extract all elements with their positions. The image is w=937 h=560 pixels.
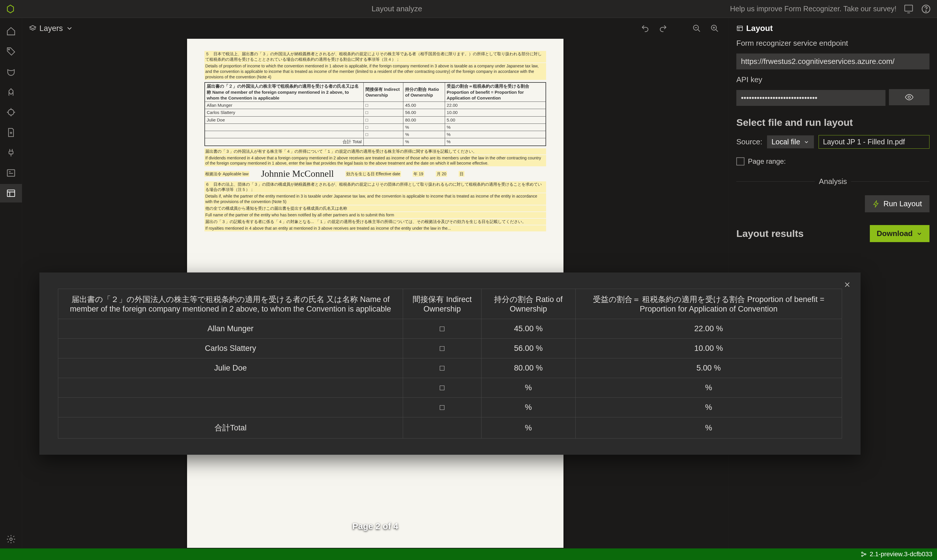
doc-text: 届出書の「３」の外国法人が有する株主等「４」の所得について「１」の規定の適用の適… <box>204 148 546 154</box>
chevron-down-icon <box>66 25 73 32</box>
svg-point-3 <box>8 49 9 50</box>
svg-point-14 <box>861 555 863 557</box>
page-range-checkbox[interactable] <box>736 157 744 165</box>
panel-title-row: Layout <box>736 24 929 33</box>
apikey-reveal-button[interactable] <box>889 89 929 105</box>
sidenav-doc-add[interactable] <box>0 123 22 142</box>
select-file-title: Select file and run layout <box>736 117 929 128</box>
svg-point-8 <box>9 538 12 541</box>
doc-text: If dividends mentioned in 4 above that a… <box>204 155 546 167</box>
chevron-down-icon <box>916 231 923 237</box>
th-ratio: 持分の割合 Ratio of Ownership <box>481 289 575 319</box>
survey-link[interactable]: Help us improve Form Recognizer. Take ou… <box>730 5 897 13</box>
th: 持分の割合 Ratio of Ownership <box>403 82 445 102</box>
table-row: Allan Munger□45.0022.00 <box>205 102 546 109</box>
endpoint-input[interactable] <box>736 54 929 69</box>
th-indirect: 間接保有 Indirect Ownership <box>403 289 482 319</box>
chevron-down-icon <box>804 139 809 145</box>
undo-button[interactable] <box>638 22 652 35</box>
doc-text: 日 <box>458 171 465 177</box>
svg-rect-7 <box>7 190 15 197</box>
sidenav-plug[interactable] <box>0 143 22 162</box>
canvas-toolbar: Layers <box>22 18 729 39</box>
apikey-input[interactable] <box>736 90 886 106</box>
doc-text: 届出の「３」の記載を有する者に係る「４」の対象となる... 「１」の規定の適用を… <box>204 218 546 225</box>
table-row: Carlos Slattery□56.0010.00 <box>205 109 546 116</box>
redo-button[interactable] <box>656 22 670 35</box>
results-title: Layout results <box>736 228 804 239</box>
svg-rect-11 <box>737 26 742 31</box>
doc-text: 月 20 <box>436 171 447 177</box>
sidenav-home[interactable] <box>0 22 22 40</box>
app-logo-icon <box>6 4 15 14</box>
th-benefit: 受益の割合＝ 租税条約の適用を受ける割合 Proportion of benef… <box>575 289 842 319</box>
doc-table: 届出書の「２」の外国法人の株主等で租税条約の適用を受ける者の氏名又は名称 Nam… <box>204 82 546 146</box>
sidenav-settings[interactable] <box>0 530 22 548</box>
th: 受益の割合＝租税条約の適用を受ける割合 Proportion of benefi… <box>445 82 546 102</box>
svg-point-12 <box>908 96 910 98</box>
svg-rect-6 <box>7 170 15 177</box>
svg-point-15 <box>864 554 866 555</box>
th: 届出書の「２」の外国法人の株主等で租税条約の適用を受ける者の氏名又は名称 Nam… <box>205 82 364 102</box>
feedback-icon[interactable] <box>903 4 914 14</box>
page-title: Layout analyze <box>64 4 730 13</box>
zoom-in-button[interactable] <box>708 22 722 35</box>
doc-text: 他の全ての構成員から通知を受けこの届出書を提出する構成員の氏名又は名称 <box>204 205 546 211</box>
sidenav-tag[interactable] <box>0 42 22 61</box>
table-row: Julie Doe □ 80.00 % 5.00 % <box>58 358 842 378</box>
statusbar: 2.1-preview.3-dcfb033 <box>0 548 937 560</box>
sidenav-merge[interactable] <box>0 83 22 101</box>
doc-text: 効力を生じる日 Effective date <box>346 171 401 177</box>
table-row: □%% <box>205 131 546 138</box>
doc-text: ６ 日本の法上、団体の「３」の団体の構成員が納税義務者とされるが、租税条約の規定… <box>204 182 546 193</box>
svg-point-13 <box>861 552 863 553</box>
sidenav-form[interactable] <box>0 164 22 182</box>
table-row: 合計 Total%% <box>205 138 546 146</box>
layout-icon <box>736 25 743 32</box>
endpoint-label: Form recognizer service endpoint <box>736 39 929 48</box>
apikey-label: API key <box>736 75 929 84</box>
layers-label: Layers <box>39 24 63 33</box>
help-icon[interactable] <box>921 4 931 14</box>
zoom-out-button[interactable] <box>690 22 704 35</box>
page-range-label: Page range: <box>748 157 786 165</box>
file-display[interactable]: Layout JP 1 - Filled In.pdf <box>818 135 929 149</box>
svg-point-4 <box>8 109 14 115</box>
result-table: 届出書の「２」の外国法人の株主等で租税条約の適用を受ける者の氏名 又は名称 Na… <box>58 289 842 438</box>
run-layout-button[interactable]: Run Layout <box>865 195 929 212</box>
table-row: Julie Doe□80.005.00 <box>205 116 546 123</box>
branch-icon <box>861 551 867 557</box>
table-row: 合計Total % % <box>58 417 842 438</box>
version-label: 2.1-preview.3-dcfb033 <box>870 551 932 558</box>
signature: Johnnie McConnell <box>261 168 334 180</box>
sidenav <box>0 18 22 548</box>
source-dropdown[interactable]: Local file <box>767 135 814 148</box>
sidenav-layout[interactable] <box>0 184 22 203</box>
sidenav-mask[interactable] <box>0 63 22 81</box>
doc-text: 根拠法令 Applicable law <box>204 171 249 177</box>
source-value: Local file <box>772 138 800 146</box>
table-row: □%% <box>205 123 546 131</box>
close-icon <box>844 281 851 288</box>
analysis-label: Analysis <box>819 177 847 186</box>
sidenav-target[interactable] <box>0 103 22 122</box>
download-button[interactable]: Download <box>870 225 929 242</box>
table-row: Carlos Slattery □ 56.00 % 10.00 % <box>58 339 842 358</box>
svg-rect-0 <box>905 5 913 11</box>
th: 間接保有 Indirect Ownership <box>364 82 403 102</box>
doc-text: Details if, while the partner of the ent… <box>204 193 546 205</box>
topbar: Layout analyze Help us improve Form Reco… <box>0 0 937 18</box>
layers-dropdown[interactable]: Layers <box>29 24 73 33</box>
doc-text: If royalties mentioned in 4 above that a… <box>204 225 546 231</box>
modal-close-button[interactable] <box>842 279 852 290</box>
doc-text: Full name of the partner of the entity w… <box>204 212 546 218</box>
source-label: Source: <box>736 137 763 146</box>
bolt-icon <box>872 200 880 208</box>
table-row: □ % % <box>58 398 842 417</box>
doc-text: 年 19 <box>413 171 424 177</box>
eye-icon <box>905 92 914 102</box>
panel-title: Layout <box>746 24 773 33</box>
th-name: 届出書の「２」の外国法人の株主等で租税条約の適用を受ける者の氏名 又は名称 Na… <box>58 289 403 319</box>
svg-rect-5 <box>9 151 13 154</box>
table-row: Allan Munger □ 45.00 % 22.00 % <box>58 319 842 339</box>
